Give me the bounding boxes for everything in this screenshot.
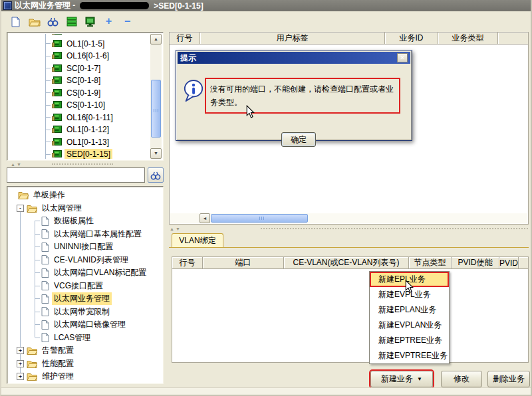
splitter-handle[interactable] [261,228,528,229]
new-icon[interactable] [9,15,22,28]
operation-tree-item-label: CE-VLANID列表管理 [52,254,130,266]
window-title: 以太网业务管理 - [15,0,75,11]
scrollbar-thumb[interactable] [151,80,161,138]
collapse-icon[interactable]: - [17,205,24,212]
expand-icon[interactable]: + [17,347,24,354]
column-header[interactable]: 节点类型 [409,257,452,268]
operation-tree-item[interactable]: 以太网业务管理 [9,292,161,306]
folder-icon [27,346,37,355]
operation-tree-item-label: 以太网业务管理 [52,292,112,305]
find-icon[interactable] [47,15,59,28]
scrollbar-thumb[interactable] [211,214,308,223]
operation-tree-item-label: 单板操作 [31,189,67,201]
list-icon[interactable] [65,15,78,28]
menu-item[interactable]: 新建EVPTREE业务 [370,348,449,363]
search-button[interactable] [148,167,164,183]
operation-tree-item-label: 以太网端口镜像管理 [52,318,128,331]
board-tree-item[interactable]: SC[0-1-8] [9,74,150,87]
board-tree-item[interactable]: OL1[0-1-12] [9,124,150,136]
operation-tree-item[interactable]: LCAS管理 [9,332,161,345]
page-icon [41,320,49,330]
scrollbar-grip [154,109,158,112]
board-icon[interactable] [84,15,96,28]
modify-button[interactable]: 修改 [441,371,482,387]
splitter-arrows[interactable]: ▲▼ [11,162,23,167]
menu-item[interactable]: 新建EPTREE业务 [370,333,449,348]
operation-tree-item[interactable]: 以太网端口镜像管理 [9,318,161,332]
open-icon[interactable] [28,15,41,28]
ok-button[interactable]: 确定 [281,132,316,147]
redacted-text [80,2,149,9]
operation-tree-item-label: UNINNI接口配置 [52,241,115,253]
column-header[interactable]: 用户标签 [200,33,385,44]
board-tree-item[interactable]: OL1[0-1-5] [9,38,150,50]
page-icon [41,307,49,316]
tab-vlan-binding[interactable]: VLAN绑定 [172,233,223,248]
scroll-left-icon[interactable]: ◄ [200,213,210,223]
operation-tree-item[interactable]: +性能配置 [9,357,161,371]
menu-item[interactable]: 新建EVPLAN业务 [370,318,449,333]
expand-icon[interactable]: + [17,373,24,380]
splitter-arrows[interactable]: ▲▼ [170,227,182,231]
dialog-title-bar[interactable]: 提示 ✕ [178,52,410,64]
splitter-handle[interactable] [52,163,113,165]
board-tree-scrollbar[interactable]: ▲ ▼ [150,34,162,159]
search-input[interactable] [7,167,145,183]
operation-tree-item[interactable]: 以太网端口基本属性配置 [9,228,161,241]
operation-tree-item[interactable]: 以太网带宽限制 [9,306,161,319]
column-header[interactable]: 行号 [172,257,203,268]
operation-tree-item-label: 以太网管理 [40,202,84,215]
board-tree-item[interactable]: OL16[0-1-6] [9,50,150,62]
tree-branch [46,154,51,155]
operation-tree-item[interactable]: UNINNI接口配置 [9,241,161,254]
board-tree-item[interactable]: OL16[0-1-11] [9,112,150,124]
tree-branch [46,68,51,68]
board-tree-item[interactable]: CS[0-1-10] [9,99,150,112]
operation-tree-item-label: 以太网带宽限制 [52,306,112,318]
operation-tree-item[interactable]: VCG接口配置 [9,280,161,293]
page-icon [41,281,49,290]
board-tree-item-label: CS[0-1-10] [65,100,107,110]
create-service-label: 新建业务 [381,373,413,385]
menu-item[interactable]: 新建EPLAN业务 [370,302,449,318]
info-icon [183,79,204,105]
board-tree-item[interactable]: CS[0-1-9] [9,87,150,100]
board-tree-item-label: OL16[0-1-6] [65,50,111,61]
column-header[interactable]: CE-VLAN(或CE-VLAN列表号) [284,257,409,268]
operation-tree-item[interactable]: CE-VLANID列表管理 [9,254,161,267]
operation-tree-item[interactable]: -以太网管理 [9,202,161,215]
dialog-message: 没有可用的端口，不能创建，请检查端口配置或者业务类型。 [205,78,400,114]
operation-tree-item[interactable]: +维护管理 [9,370,161,382]
operation-tree-item[interactable]: 数据板属性 [9,215,161,228]
expand-icon[interactable]: + [102,15,115,28]
board-icon [52,34,62,35]
expand-icon[interactable]: + [17,360,24,367]
delete-service-button[interactable]: 删除业务 [487,371,530,387]
column-header[interactable]: PVID使能 [452,257,499,268]
column-header[interactable]: 业务类型 [438,33,498,44]
dropdown-arrow-icon: ▼ [417,377,422,382]
board-tree-item[interactable]: SC[0-1-7] [9,62,150,75]
folder-icon [18,191,29,199]
scroll-up-icon[interactable]: ▲ [150,34,162,45]
operation-tree-item[interactable]: 单板操作 [9,189,161,202]
operation-tree-item-label: LCAS管理 [52,332,92,344]
board-tree-item[interactable]: SED[0-1-15] [9,148,150,159]
service-table-hscrollbar[interactable]: ◄ [170,213,527,223]
column-header[interactable]: 端口 [203,257,284,268]
toolbar: + − [1,11,532,32]
close-icon[interactable]: ✕ [397,53,408,62]
page-icon [41,217,49,226]
column-header[interactable]: 业务ID [385,33,438,44]
service-table-header: 行号用户标签业务ID业务类型 [170,33,528,45]
collapse-icon[interactable]: − [121,15,134,28]
column-header[interactable]: 行号 [170,33,200,44]
folder-icon [27,372,37,381]
board-tree-item[interactable]: OL1[0-1-13] [9,136,150,149]
column-header[interactable]: PVID [499,257,519,268]
page-icon [41,255,49,264]
create-service-button[interactable]: 新建业务 ▼ [370,371,433,387]
scroll-down-icon[interactable]: ▼ [150,148,162,159]
operation-tree-item[interactable]: +告警配置 [9,344,161,357]
operation-tree-item[interactable]: 以太网端口VLAN标记配置 [9,266,161,280]
